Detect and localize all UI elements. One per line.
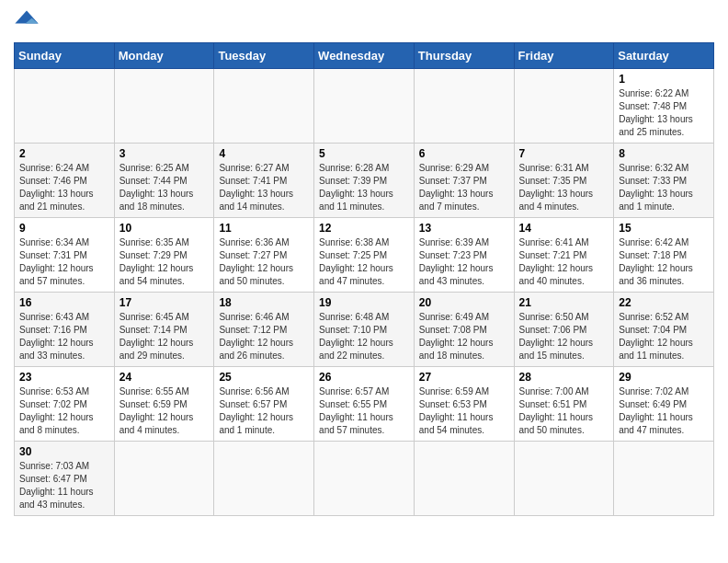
day-number: 30 (19, 445, 109, 458)
day-number: 15 (619, 222, 709, 235)
day-number: 29 (619, 371, 709, 384)
day-cell: 9Sunrise: 6:34 AM Sunset: 7:31 PM Daylig… (15, 218, 115, 293)
col-header-thursday: Thursday (414, 43, 514, 69)
col-header-tuesday: Tuesday (214, 43, 314, 69)
day-cell (614, 442, 714, 516)
calendar-header-row: SundayMondayTuesdayWednesdayThursdayFrid… (15, 43, 714, 69)
day-cell: 22Sunrise: 6:52 AM Sunset: 7:04 PM Dayli… (614, 293, 714, 367)
day-cell: 2Sunrise: 6:24 AM Sunset: 7:46 PM Daylig… (15, 144, 115, 218)
day-cell: 7Sunrise: 6:31 AM Sunset: 7:35 PM Daylig… (514, 144, 614, 218)
day-cell: 3Sunrise: 6:25 AM Sunset: 7:44 PM Daylig… (114, 144, 214, 218)
day-cell (514, 442, 614, 516)
day-cell: 16Sunrise: 6:43 AM Sunset: 7:16 PM Dayli… (15, 293, 115, 367)
header (14, 9, 714, 35)
day-cell (15, 69, 115, 144)
day-cell: 5Sunrise: 6:28 AM Sunset: 7:39 PM Daylig… (314, 144, 415, 218)
day-cell: 1Sunrise: 6:22 AM Sunset: 7:48 PM Daylig… (614, 69, 714, 144)
day-number: 24 (119, 371, 210, 384)
day-cell (514, 69, 614, 144)
day-cell: 29Sunrise: 7:02 AM Sunset: 6:49 PM Dayli… (614, 367, 714, 442)
day-info: Sunrise: 6:53 AM Sunset: 7:02 PM Dayligh… (19, 385, 109, 437)
logo (14, 9, 43, 35)
day-info: Sunrise: 6:45 AM Sunset: 7:14 PM Dayligh… (119, 311, 210, 362)
day-info: Sunrise: 6:50 AM Sunset: 7:06 PM Dayligh… (519, 311, 609, 362)
day-cell: 27Sunrise: 6:59 AM Sunset: 6:53 PM Dayli… (414, 367, 514, 442)
day-number: 26 (319, 371, 409, 384)
day-number: 20 (419, 296, 509, 309)
day-info: Sunrise: 6:27 AM Sunset: 7:41 PM Dayligh… (219, 162, 309, 213)
page: SundayMondayTuesdayWednesdayThursdayFrid… (0, 0, 728, 563)
day-cell: 19Sunrise: 6:48 AM Sunset: 7:10 PM Dayli… (314, 293, 415, 367)
day-number: 27 (419, 371, 509, 384)
day-cell: 12Sunrise: 6:38 AM Sunset: 7:25 PM Dayli… (314, 218, 415, 293)
day-info: Sunrise: 7:03 AM Sunset: 6:47 PM Dayligh… (19, 460, 109, 511)
day-info: Sunrise: 6:52 AM Sunset: 7:04 PM Dayligh… (619, 311, 709, 362)
col-header-saturday: Saturday (614, 43, 714, 69)
day-info: Sunrise: 6:34 AM Sunset: 7:31 PM Dayligh… (19, 236, 109, 288)
col-header-sunday: Sunday (15, 43, 115, 69)
day-number: 4 (219, 147, 309, 160)
day-cell: 24Sunrise: 6:55 AM Sunset: 6:59 PM Dayli… (114, 367, 214, 442)
day-cell: 20Sunrise: 6:49 AM Sunset: 7:08 PM Dayli… (414, 293, 514, 367)
day-number: 6 (419, 147, 509, 160)
day-info: Sunrise: 6:57 AM Sunset: 6:55 PM Dayligh… (319, 385, 409, 437)
day-info: Sunrise: 6:48 AM Sunset: 7:10 PM Dayligh… (319, 311, 409, 362)
day-cell: 14Sunrise: 6:41 AM Sunset: 7:21 PM Dayli… (514, 218, 614, 293)
day-info: Sunrise: 6:32 AM Sunset: 7:33 PM Dayligh… (619, 162, 709, 213)
day-info: Sunrise: 6:24 AM Sunset: 7:46 PM Dayligh… (19, 162, 109, 213)
day-info: Sunrise: 6:56 AM Sunset: 6:57 PM Dayligh… (219, 385, 309, 437)
week-row-1: 2Sunrise: 6:24 AM Sunset: 7:46 PM Daylig… (15, 144, 714, 218)
day-cell: 8Sunrise: 6:32 AM Sunset: 7:33 PM Daylig… (614, 144, 714, 218)
day-info: Sunrise: 6:42 AM Sunset: 7:18 PM Dayligh… (619, 236, 709, 288)
day-cell: 10Sunrise: 6:35 AM Sunset: 7:29 PM Dayli… (114, 218, 214, 293)
day-number: 14 (519, 222, 609, 235)
day-cell (214, 442, 314, 516)
day-info: Sunrise: 6:35 AM Sunset: 7:29 PM Dayligh… (119, 236, 210, 288)
day-cell (214, 69, 314, 144)
day-cell: 13Sunrise: 6:39 AM Sunset: 7:23 PM Dayli… (414, 218, 514, 293)
week-row-4: 23Sunrise: 6:53 AM Sunset: 7:02 PM Dayli… (15, 367, 714, 442)
day-number: 13 (419, 222, 509, 235)
day-number: 11 (219, 222, 309, 235)
day-info: Sunrise: 6:49 AM Sunset: 7:08 PM Dayligh… (419, 311, 509, 362)
day-cell (314, 442, 415, 516)
day-cell: 4Sunrise: 6:27 AM Sunset: 7:41 PM Daylig… (214, 144, 314, 218)
day-cell: 15Sunrise: 6:42 AM Sunset: 7:18 PM Dayli… (614, 218, 714, 293)
day-info: Sunrise: 6:25 AM Sunset: 7:44 PM Dayligh… (119, 162, 210, 213)
day-cell: 11Sunrise: 6:36 AM Sunset: 7:27 PM Dayli… (214, 218, 314, 293)
day-info: Sunrise: 6:22 AM Sunset: 7:48 PM Dayligh… (619, 87, 709, 139)
day-number: 9 (19, 222, 109, 235)
day-info: Sunrise: 6:38 AM Sunset: 7:25 PM Dayligh… (319, 236, 409, 288)
week-row-0: 1Sunrise: 6:22 AM Sunset: 7:48 PM Daylig… (15, 69, 714, 144)
col-header-monday: Monday (114, 43, 214, 69)
day-cell (414, 69, 514, 144)
day-number: 19 (319, 296, 409, 309)
day-cell: 23Sunrise: 6:53 AM Sunset: 7:02 PM Dayli… (15, 367, 115, 442)
day-cell: 6Sunrise: 6:29 AM Sunset: 7:37 PM Daylig… (414, 144, 514, 218)
day-cell (114, 69, 214, 144)
day-number: 21 (519, 296, 609, 309)
day-number: 16 (19, 296, 109, 309)
day-info: Sunrise: 6:43 AM Sunset: 7:16 PM Dayligh… (19, 311, 109, 362)
day-info: Sunrise: 6:59 AM Sunset: 6:53 PM Dayligh… (419, 385, 509, 437)
day-info: Sunrise: 6:41 AM Sunset: 7:21 PM Dayligh… (519, 236, 609, 288)
day-number: 12 (319, 222, 409, 235)
day-info: Sunrise: 7:00 AM Sunset: 6:51 PM Dayligh… (519, 385, 609, 437)
week-row-2: 9Sunrise: 6:34 AM Sunset: 7:31 PM Daylig… (15, 218, 714, 293)
day-cell: 18Sunrise: 6:46 AM Sunset: 7:12 PM Dayli… (214, 293, 314, 367)
col-header-wednesday: Wednesday (314, 43, 415, 69)
week-row-5: 30Sunrise: 7:03 AM Sunset: 6:47 PM Dayli… (15, 442, 714, 516)
day-info: Sunrise: 6:31 AM Sunset: 7:35 PM Dayligh… (519, 162, 609, 213)
day-cell: 25Sunrise: 6:56 AM Sunset: 6:57 PM Dayli… (214, 367, 314, 442)
logo-icon (14, 9, 40, 35)
day-number: 2 (19, 147, 109, 160)
day-number: 10 (119, 222, 210, 235)
day-info: Sunrise: 6:36 AM Sunset: 7:27 PM Dayligh… (219, 236, 309, 288)
day-info: Sunrise: 6:28 AM Sunset: 7:39 PM Dayligh… (319, 162, 409, 213)
day-number: 28 (519, 371, 609, 384)
day-info: Sunrise: 6:46 AM Sunset: 7:12 PM Dayligh… (219, 311, 309, 362)
day-cell: 26Sunrise: 6:57 AM Sunset: 6:55 PM Dayli… (314, 367, 415, 442)
week-row-3: 16Sunrise: 6:43 AM Sunset: 7:16 PM Dayli… (15, 293, 714, 367)
day-number: 8 (619, 147, 709, 160)
day-number: 17 (119, 296, 210, 309)
